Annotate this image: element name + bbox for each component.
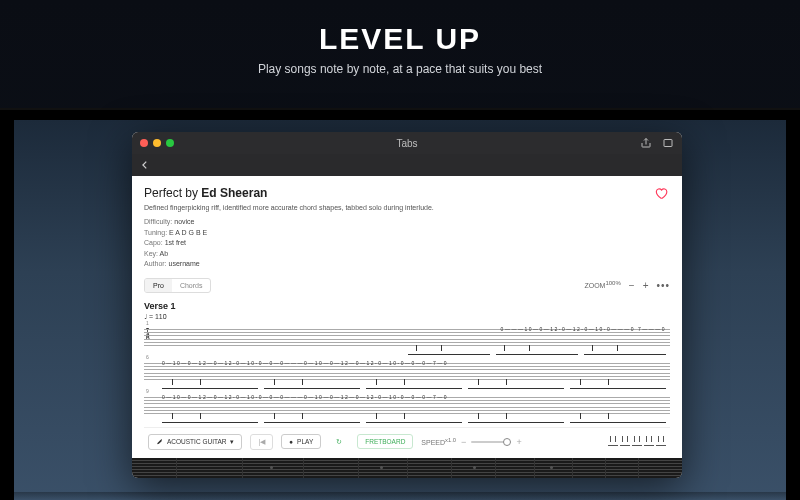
tab-notes: 0———10—0—12-0—12-0—10-0———0 7———0 bbox=[162, 326, 666, 332]
capo-value: 1st fret bbox=[165, 239, 186, 246]
back-button[interactable] bbox=[140, 156, 150, 174]
speed-control: SPEEDx1.0 − + bbox=[421, 437, 521, 447]
zoom-label: ZOOM100% bbox=[584, 280, 620, 289]
section-name: Verse 1 bbox=[144, 301, 670, 311]
tab-pro[interactable]: Pro bbox=[145, 279, 172, 292]
rhythm-icons bbox=[608, 438, 666, 446]
bar-number: 9 bbox=[146, 388, 149, 394]
tempo: ♩ = 110 bbox=[144, 313, 670, 321]
player-bar: ACOUSTIC GUITAR ▾ |◀ ● PLAY ↻ FRETBOARD … bbox=[144, 427, 670, 452]
song-title: Perfect by Ed Sheeran bbox=[144, 186, 670, 200]
app-window: Tabs Perfect by Ed Sheeran Defined finge… bbox=[132, 132, 682, 478]
tab-row[interactable]: 6 0—10—0—12—0—12-0—10-0—0—0———0—10—0—12—… bbox=[144, 359, 670, 385]
view-mode-segmented: Pro Chords bbox=[144, 278, 211, 293]
tuning-value: E A D G B E bbox=[169, 229, 207, 236]
window-icon[interactable] bbox=[662, 137, 674, 149]
more-icon[interactable]: ••• bbox=[656, 280, 670, 291]
play-button[interactable]: ● PLAY bbox=[281, 434, 321, 449]
share-icon[interactable] bbox=[640, 137, 652, 149]
author-label: Author: bbox=[144, 260, 167, 267]
favorite-icon[interactable] bbox=[654, 186, 668, 204]
speed-slider[interactable] bbox=[471, 441, 511, 443]
song-title-prefix: Perfect by bbox=[144, 186, 201, 200]
tab-row[interactable]: 1 T A B 0———10—0—12-0—12-0—10-0———0 7———… bbox=[144, 325, 670, 351]
tab-staff-area: 1 T A B 0———10—0—12-0—12-0—10-0———0 7———… bbox=[144, 325, 670, 419]
hero: LEVEL UP Play songs note by note, at a p… bbox=[0, 0, 800, 76]
capo-label: Capo: bbox=[144, 239, 163, 246]
tab-notes: 0—10—0—12—0—12-0—10-0—0—0———0—10—0—12—0—… bbox=[162, 394, 666, 400]
song-meta: Difficulty: novice Tuning: E A D G B E C… bbox=[144, 217, 670, 270]
zoom-in-button[interactable]: + bbox=[643, 280, 649, 291]
song-content: Perfect by Ed Sheeran Defined fingerpick… bbox=[132, 176, 682, 458]
toolbar bbox=[132, 154, 682, 176]
window-titlebar: Tabs bbox=[132, 132, 682, 154]
desktop-wallpaper: Tabs Perfect by Ed Sheeran Defined finge… bbox=[14, 120, 786, 500]
key-label: Key: bbox=[144, 250, 158, 257]
fretboard-view[interactable] bbox=[132, 458, 682, 478]
restart-button[interactable]: |◀ bbox=[250, 434, 273, 450]
window-title: Tabs bbox=[132, 138, 682, 149]
bar-number: 6 bbox=[146, 354, 149, 360]
speed-down-button[interactable]: − bbox=[461, 437, 466, 447]
zoom-controls: ZOOM100% − + ••• bbox=[584, 280, 670, 291]
tab-chords[interactable]: Chords bbox=[172, 279, 211, 292]
instrument-selector[interactable]: ACOUSTIC GUITAR ▾ bbox=[148, 434, 242, 450]
speed-up-button[interactable]: + bbox=[516, 437, 521, 447]
hero-subtitle: Play songs note by note, at a pace that … bbox=[0, 62, 800, 76]
tuning-label: Tuning: bbox=[144, 229, 167, 236]
song-artist: Ed Sheeran bbox=[201, 186, 267, 200]
hero-title: LEVEL UP bbox=[0, 22, 800, 56]
svg-rect-0 bbox=[664, 140, 672, 147]
author-value: username bbox=[169, 260, 200, 267]
difficulty-value: novice bbox=[174, 218, 194, 225]
bar-number: 1 bbox=[146, 320, 149, 326]
tab-notes: 0—10—0—12—0—12-0—10-0—0—0———0—10—0—12—0—… bbox=[162, 360, 666, 366]
fretboard-button[interactable]: FRETBOARD bbox=[357, 434, 413, 449]
song-description: Defined fingerpicking riff, identified m… bbox=[144, 204, 670, 211]
difficulty-label: Difficulty: bbox=[144, 218, 172, 225]
speed-label: SPEEDx1.0 bbox=[421, 437, 456, 446]
loop-button[interactable]: ↻ bbox=[329, 435, 349, 449]
key-value: Ab bbox=[160, 250, 169, 257]
zoom-out-button[interactable]: − bbox=[629, 280, 635, 291]
monitor-frame: Tabs Perfect by Ed Sheeran Defined finge… bbox=[0, 108, 800, 500]
play-icon: ● bbox=[289, 438, 293, 445]
chevron-down-icon: ▾ bbox=[230, 438, 234, 446]
tab-row[interactable]: 9 0—10—0—12—0—12-0—10-0—0—0———0—10—0—12—… bbox=[144, 393, 670, 419]
